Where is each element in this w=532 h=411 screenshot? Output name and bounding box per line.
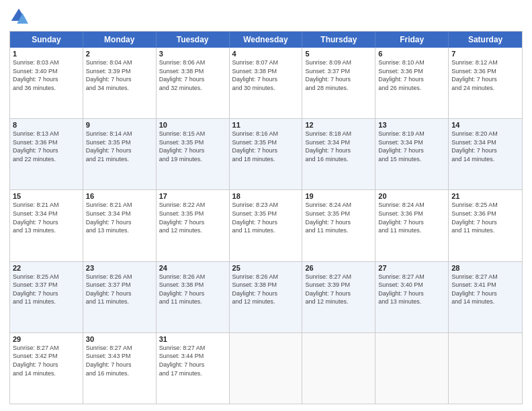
cal-cell: 9Sunrise: 8:14 AMSunset: 3:35 PMDaylight… [83, 119, 157, 189]
cal-cell: 8Sunrise: 8:13 AMSunset: 3:36 PMDaylight… [10, 119, 83, 189]
day-number: 2 [86, 50, 153, 58]
day-number: 31 [159, 335, 226, 343]
header-cell-wednesday: Wednesday [230, 32, 303, 48]
day-info: Sunrise: 8:21 AMSunset: 3:34 PMDaylight:… [86, 201, 153, 234]
day-info: Sunrise: 8:03 AMSunset: 3:40 PMDaylight:… [13, 58, 80, 92]
cal-cell: 22Sunrise: 8:25 AMSunset: 3:37 PMDayligh… [10, 262, 83, 332]
day-number: 12 [305, 121, 372, 129]
day-number: 3 [159, 50, 226, 58]
cal-cell: 31Sunrise: 8:27 AMSunset: 3:44 PMDayligh… [157, 333, 230, 404]
header [9, 7, 523, 26]
cal-cell: 18Sunrise: 8:23 AMSunset: 3:35 PMDayligh… [230, 190, 303, 261]
cal-cell: 25Sunrise: 8:26 AMSunset: 3:38 PMDayligh… [230, 262, 303, 332]
day-info: Sunrise: 8:13 AMSunset: 3:36 PMDaylight:… [13, 130, 80, 163]
cal-cell: 17Sunrise: 8:22 AMSunset: 3:35 PMDayligh… [157, 190, 230, 261]
calendar-row-1: 1Sunrise: 8:03 AMSunset: 3:40 PMDaylight… [10, 48, 522, 118]
cal-cell: 2Sunrise: 8:04 AMSunset: 3:39 PMDaylight… [83, 48, 157, 118]
day-number: 20 [378, 192, 445, 200]
cal-cell: 27Sunrise: 8:27 AMSunset: 3:40 PMDayligh… [375, 262, 449, 332]
day-number: 24 [159, 264, 226, 272]
header-cell-monday: Monday [83, 32, 157, 48]
calendar-row-5: 29Sunrise: 8:27 AMSunset: 3:42 PMDayligh… [10, 332, 522, 404]
day-info: Sunrise: 8:14 AMSunset: 3:35 PMDaylight:… [86, 130, 153, 163]
cal-cell: 12Sunrise: 8:18 AMSunset: 3:34 PMDayligh… [302, 119, 375, 189]
calendar: SundayMondayTuesdayWednesdayThursdayFrid… [9, 31, 523, 404]
cal-cell [230, 333, 303, 404]
day-info: Sunrise: 8:07 AMSunset: 3:38 PMDaylight:… [232, 58, 300, 92]
day-info: Sunrise: 8:27 AMSunset: 3:40 PMDaylight:… [378, 273, 445, 306]
day-number: 10 [159, 121, 226, 129]
day-number: 28 [451, 264, 519, 272]
day-info: Sunrise: 8:25 AMSunset: 3:36 PMDaylight:… [451, 201, 519, 234]
day-number: 21 [451, 192, 519, 200]
day-number: 9 [86, 121, 153, 129]
day-info: Sunrise: 8:06 AMSunset: 3:38 PMDaylight:… [159, 58, 226, 92]
day-info: Sunrise: 8:25 AMSunset: 3:37 PMDaylight:… [13, 273, 80, 306]
calendar-row-3: 15Sunrise: 8:21 AMSunset: 3:34 PMDayligh… [10, 189, 522, 261]
day-number: 13 [378, 121, 445, 129]
day-number: 27 [378, 264, 445, 272]
cal-cell [375, 333, 449, 404]
calendar-header: SundayMondayTuesdayWednesdayThursdayFrid… [10, 32, 522, 48]
day-info: Sunrise: 8:10 AMSunset: 3:36 PMDaylight:… [378, 58, 445, 92]
header-cell-friday: Friday [375, 32, 449, 48]
day-number: 5 [305, 50, 372, 58]
day-info: Sunrise: 8:12 AMSunset: 3:36 PMDaylight:… [451, 58, 519, 92]
cal-cell: 30Sunrise: 8:27 AMSunset: 3:43 PMDayligh… [83, 333, 157, 404]
calendar-body: 1Sunrise: 8:03 AMSunset: 3:40 PMDaylight… [10, 48, 522, 404]
day-info: Sunrise: 8:22 AMSunset: 3:35 PMDaylight:… [159, 201, 226, 234]
cal-cell: 13Sunrise: 8:19 AMSunset: 3:34 PMDayligh… [375, 119, 449, 189]
header-cell-saturday: Saturday [449, 32, 522, 48]
cal-cell: 20Sunrise: 8:24 AMSunset: 3:36 PMDayligh… [375, 190, 449, 261]
cal-cell: 6Sunrise: 8:10 AMSunset: 3:36 PMDaylight… [375, 48, 449, 118]
cal-cell [302, 333, 375, 404]
day-number: 26 [305, 264, 372, 272]
day-info: Sunrise: 8:21 AMSunset: 3:34 PMDaylight:… [13, 201, 80, 234]
cal-cell: 14Sunrise: 8:20 AMSunset: 3:34 PMDayligh… [449, 119, 522, 189]
calendar-row-2: 8Sunrise: 8:13 AMSunset: 3:36 PMDaylight… [10, 118, 522, 189]
day-info: Sunrise: 8:27 AMSunset: 3:43 PMDaylight:… [86, 344, 153, 377]
cal-cell: 23Sunrise: 8:26 AMSunset: 3:37 PMDayligh… [83, 262, 157, 332]
cal-cell: 28Sunrise: 8:27 AMSunset: 3:41 PMDayligh… [449, 262, 522, 332]
calendar-row-4: 22Sunrise: 8:25 AMSunset: 3:37 PMDayligh… [10, 261, 522, 332]
day-info: Sunrise: 8:19 AMSunset: 3:34 PMDaylight:… [378, 130, 445, 163]
day-number: 8 [13, 121, 80, 129]
day-info: Sunrise: 8:27 AMSunset: 3:42 PMDaylight:… [13, 344, 80, 377]
cal-cell: 16Sunrise: 8:21 AMSunset: 3:34 PMDayligh… [83, 190, 157, 261]
day-number: 1 [13, 50, 80, 58]
cal-cell: 4Sunrise: 8:07 AMSunset: 3:38 PMDaylight… [230, 48, 303, 118]
day-info: Sunrise: 8:23 AMSunset: 3:35 PMDaylight:… [232, 201, 300, 234]
day-number: 22 [13, 264, 80, 272]
day-number: 16 [86, 192, 153, 200]
header-cell-tuesday: Tuesday [157, 32, 230, 48]
day-info: Sunrise: 8:24 AMSunset: 3:35 PMDaylight:… [305, 201, 372, 234]
cal-cell: 15Sunrise: 8:21 AMSunset: 3:34 PMDayligh… [10, 190, 83, 261]
day-number: 15 [13, 192, 80, 200]
day-number: 14 [451, 121, 519, 129]
day-info: Sunrise: 8:24 AMSunset: 3:36 PMDaylight:… [378, 201, 445, 234]
day-number: 6 [378, 50, 445, 58]
day-info: Sunrise: 8:26 AMSunset: 3:38 PMDaylight:… [159, 273, 226, 306]
day-number: 23 [86, 264, 153, 272]
cal-cell: 5Sunrise: 8:09 AMSunset: 3:37 PMDaylight… [302, 48, 375, 118]
day-info: Sunrise: 8:16 AMSunset: 3:35 PMDaylight:… [232, 130, 300, 163]
logo-icon [9, 7, 28, 26]
day-info: Sunrise: 8:18 AMSunset: 3:34 PMDaylight:… [305, 130, 372, 163]
cal-cell: 21Sunrise: 8:25 AMSunset: 3:36 PMDayligh… [449, 190, 522, 261]
day-info: Sunrise: 8:20 AMSunset: 3:34 PMDaylight:… [451, 130, 519, 163]
day-number: 19 [305, 192, 372, 200]
cal-cell: 10Sunrise: 8:15 AMSunset: 3:35 PMDayligh… [157, 119, 230, 189]
day-info: Sunrise: 8:27 AMSunset: 3:44 PMDaylight:… [159, 344, 226, 377]
day-info: Sunrise: 8:27 AMSunset: 3:41 PMDaylight:… [451, 273, 519, 306]
day-info: Sunrise: 8:27 AMSunset: 3:39 PMDaylight:… [305, 273, 372, 306]
day-info: Sunrise: 8:04 AMSunset: 3:39 PMDaylight:… [86, 58, 153, 92]
page: SundayMondayTuesdayWednesdayThursdayFrid… [0, 0, 532, 411]
cal-cell [449, 333, 522, 404]
cal-cell: 3Sunrise: 8:06 AMSunset: 3:38 PMDaylight… [157, 48, 230, 118]
logo [9, 7, 31, 26]
cal-cell: 1Sunrise: 8:03 AMSunset: 3:40 PMDaylight… [10, 48, 83, 118]
header-cell-thursday: Thursday [302, 32, 375, 48]
day-info: Sunrise: 8:09 AMSunset: 3:37 PMDaylight:… [305, 58, 372, 92]
cal-cell: 26Sunrise: 8:27 AMSunset: 3:39 PMDayligh… [302, 262, 375, 332]
day-info: Sunrise: 8:15 AMSunset: 3:35 PMDaylight:… [159, 130, 226, 163]
